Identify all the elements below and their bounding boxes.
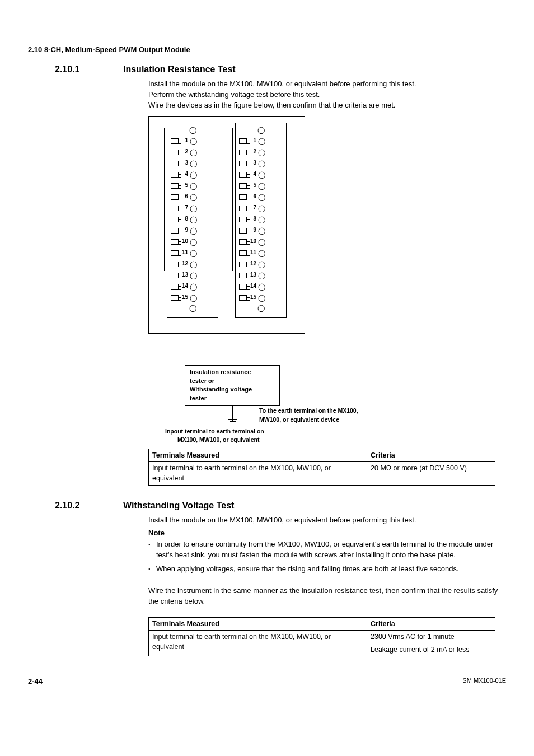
screw-terminal-icon bbox=[171, 217, 179, 222]
page-footer: 2-44 SM MX100-01E bbox=[28, 676, 506, 687]
running-header: 2.10 8-CH, Medium-Speed PWM Output Modul… bbox=[28, 45, 506, 57]
screw-terminal-icon bbox=[239, 228, 247, 234]
heading-title: Withstanding Voltage Test bbox=[123, 499, 234, 512]
figure-caption: To the earth terminal on the MX100, MW10… bbox=[259, 407, 382, 423]
table-cell: 20 MΩ or more (at DCV 500 V) bbox=[367, 462, 495, 485]
terminal-row: 2◯ bbox=[171, 147, 214, 158]
heading-number: 2.10.2 bbox=[28, 499, 123, 512]
mounting-hole-icon: ◯ bbox=[171, 305, 214, 311]
table-cell: Input terminal to earth terminal on the … bbox=[149, 462, 367, 485]
terminal-row: 11◯ bbox=[171, 248, 214, 259]
screw-terminal-icon bbox=[239, 273, 247, 278]
mounting-hole-icon: ◯ bbox=[239, 305, 283, 311]
terminal-row: 4◯ bbox=[239, 169, 283, 180]
terminal-row: 8◯ bbox=[239, 214, 283, 225]
led-icon: ◯ bbox=[258, 149, 265, 156]
screw-terminal-icon bbox=[239, 284, 247, 290]
screw-terminal-icon bbox=[239, 239, 247, 245]
led-icon: ◯ bbox=[190, 227, 197, 234]
led-icon: ◯ bbox=[258, 205, 265, 212]
screw-terminal-icon bbox=[239, 295, 247, 301]
terminal-number: 6 bbox=[180, 193, 188, 201]
heading-title: Insulation Resistance Test bbox=[123, 63, 236, 76]
terminal-row: 15◯ bbox=[171, 292, 214, 304]
screw-terminal-icon bbox=[171, 273, 179, 278]
led-icon: ◯ bbox=[190, 171, 197, 178]
terminal-row: 9◯ bbox=[239, 225, 283, 236]
criteria-table-2: Terminals Measured Criteria Input termin… bbox=[148, 617, 495, 656]
terminal-number: 3 bbox=[180, 159, 188, 167]
screw-terminal-icon bbox=[239, 161, 247, 166]
terminal-row: 14◯ bbox=[239, 281, 283, 292]
terminal-number: 2 bbox=[249, 148, 256, 156]
terminal-number: 1 bbox=[249, 137, 256, 145]
screw-terminal-icon bbox=[171, 228, 179, 234]
terminal-number: 8 bbox=[249, 215, 256, 223]
terminal-column: ◯1◯2◯3◯4◯5◯6◯7◯8◯9◯10◯11◯12◯13◯14◯15◯◯ bbox=[167, 123, 218, 318]
terminal-column: ◯1◯2◯3◯4◯5◯6◯7◯8◯9◯10◯11◯12◯13◯14◯15◯◯ bbox=[235, 123, 287, 318]
terminal-row: 10◯ bbox=[239, 236, 283, 248]
terminal-number: 15 bbox=[180, 293, 188, 302]
table-header: Terminals Measured bbox=[149, 449, 367, 462]
heading-2-10-1: 2.10.1 Insulation Resistance Test bbox=[28, 63, 506, 76]
terminal-row: 6◯ bbox=[239, 192, 283, 203]
led-icon: ◯ bbox=[190, 160, 197, 167]
table-header: Criteria bbox=[367, 617, 495, 630]
terminal-row: 15◯ bbox=[239, 292, 283, 304]
page-number: 2-44 bbox=[28, 676, 43, 687]
led-icon: ◯ bbox=[258, 183, 265, 189]
tester-box: Insulation resistance tester or Withstan… bbox=[185, 365, 280, 407]
led-icon: ◯ bbox=[258, 239, 265, 245]
terminal-row: 2◯ bbox=[239, 147, 283, 158]
figure-caption: Inpout terminal to earth terminal on MX1… bbox=[165, 427, 333, 444]
list-item: When applying voltages, ensure that the … bbox=[148, 564, 506, 575]
led-icon: ◯ bbox=[258, 283, 265, 290]
screw-terminal-icon bbox=[239, 172, 247, 178]
led-icon: ◯ bbox=[258, 160, 265, 167]
terminal-block: ◯1◯2◯3◯4◯5◯6◯7◯8◯9◯10◯11◯12◯13◯14◯15◯◯ bbox=[167, 123, 218, 318]
terminal-row: 13◯ bbox=[171, 270, 214, 281]
wire bbox=[232, 406, 233, 421]
wire bbox=[226, 334, 226, 365]
terminal-row: 12◯ bbox=[171, 259, 214, 270]
paragraph: Install the module on the MX100, MW100, … bbox=[148, 79, 506, 90]
terminal-row: 3◯ bbox=[171, 158, 214, 169]
caption-line: MX100, MW100, or equivalent bbox=[177, 436, 333, 444]
terminal-row: 12◯ bbox=[239, 259, 283, 270]
terminal-number: 11 bbox=[249, 249, 256, 257]
screw-terminal-icon bbox=[171, 206, 179, 211]
terminal-number: 1 bbox=[180, 137, 188, 145]
mounting-hole-icon: ◯ bbox=[239, 127, 283, 133]
terminal-row: 11◯ bbox=[239, 248, 283, 259]
paragraph: Install the module on the MX100, MW100, … bbox=[148, 515, 506, 526]
tester-label: tester bbox=[190, 394, 275, 403]
tester-label: tester or bbox=[190, 377, 275, 386]
led-icon: ◯ bbox=[190, 216, 197, 223]
paragraph: Wire the devices as in the figure below,… bbox=[148, 100, 506, 111]
led-icon: ◯ bbox=[258, 194, 265, 200]
terminal-row: 5◯ bbox=[171, 180, 214, 192]
led-icon: ◯ bbox=[258, 272, 265, 279]
led-icon: ◯ bbox=[190, 149, 197, 156]
terminal-number: 10 bbox=[180, 237, 188, 246]
caption-line: Inpout terminal to earth terminal on bbox=[165, 427, 333, 436]
criteria-table-1: Terminals Measured Criteria Input termin… bbox=[148, 449, 495, 485]
terminal-row: 5◯ bbox=[239, 180, 283, 192]
screw-terminal-icon bbox=[171, 161, 179, 166]
screw-terminal-icon bbox=[171, 138, 179, 144]
terminal-number: 10 bbox=[249, 237, 256, 246]
bus-wire bbox=[232, 128, 233, 271]
terminal-row: 6◯ bbox=[171, 192, 214, 203]
screw-terminal-icon bbox=[239, 183, 247, 189]
led-icon: ◯ bbox=[190, 138, 197, 144]
screw-terminal-icon bbox=[171, 172, 179, 178]
screw-terminal-icon bbox=[239, 138, 247, 144]
heading-2-10-2: 2.10.2 Withstanding Voltage Test bbox=[28, 499, 506, 512]
terminal-number: 7 bbox=[249, 204, 256, 212]
led-icon: ◯ bbox=[258, 261, 265, 268]
led-icon: ◯ bbox=[258, 138, 265, 144]
led-icon: ◯ bbox=[190, 183, 197, 189]
led-icon: ◯ bbox=[258, 295, 265, 301]
terminal-number: 4 bbox=[249, 170, 256, 179]
terminal-row: 1◯ bbox=[239, 136, 283, 147]
